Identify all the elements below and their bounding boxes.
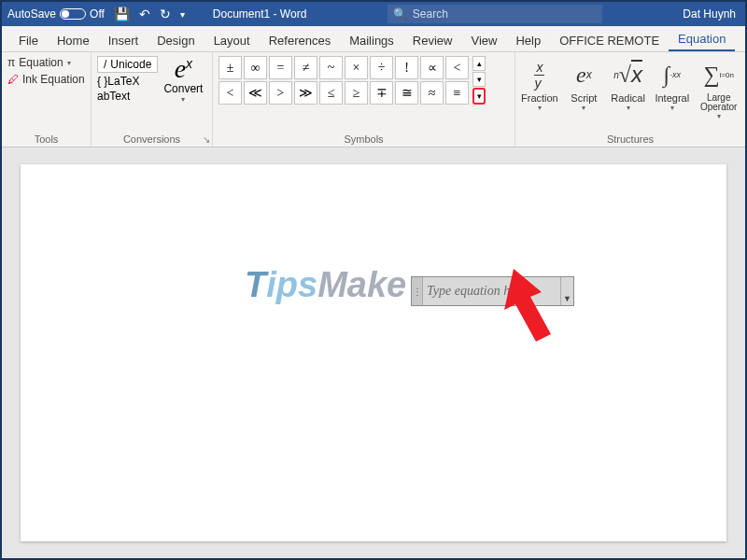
equation-box[interactable]: ⋮ Type equation here. ▼ [411, 276, 574, 306]
ribbon: π Equation ▾ 🖊 Ink Equation Tools /Unico… [2, 52, 745, 147]
tab-layout[interactable]: Layout [204, 28, 260, 51]
group-symbols: ± ∞ = ≠ ~ × ÷ ! ∝ < < ≪ > ≫ ≤ ≥ ∓ ≅ ≈ ≡ [213, 52, 515, 147]
title-bar: AutoSave Off 💾 ↶ ↻ ▾ Document1 - Word 🔍 … [2, 2, 745, 26]
symbol-cell[interactable]: ≪ [244, 81, 267, 105]
chevron-down-icon: ▾ [181, 95, 185, 104]
symbol-cell[interactable]: ≈ [420, 81, 444, 105]
symbol-cell[interactable]: > [269, 81, 292, 105]
integral-icon: ∫-xx [664, 56, 682, 93]
equation-button[interactable]: π Equation ▾ [7, 56, 85, 69]
scroll-down-icon[interactable]: ▾ [472, 72, 486, 87]
symbol-cell[interactable]: ∝ [420, 56, 444, 79]
chevron-down-icon: ▾ [582, 104, 585, 112]
chevron-down-icon: ▾ [627, 104, 630, 112]
tab-home[interactable]: Home [48, 28, 99, 51]
pi-icon: π [7, 56, 15, 69]
document-title: Document1 - Word [213, 7, 306, 21]
dialog-launcher-icon[interactable]: ↘ [203, 134, 210, 145]
page[interactable]: TipsMake ⋮ Type equation here. ▼ [21, 164, 726, 541]
radical-button[interactable]: n√x Radical ▾ [610, 56, 646, 120]
ink-icon: 🖊 [7, 73, 19, 86]
unicode-button[interactable]: /Unicode [97, 56, 158, 73]
equation-placeholder[interactable]: Type equation here. [423, 284, 560, 299]
autosave-toggle[interactable]: AutoSave Off [7, 7, 105, 21]
group-label-structures: Structures [521, 132, 740, 145]
watermark: TipsMake [245, 265, 406, 305]
symbols-more-button[interactable]: ▾ [472, 88, 486, 105]
symbol-cell[interactable]: ≠ [294, 56, 317, 79]
chevron-down-icon: ▾ [717, 112, 721, 120]
symbol-cell[interactable]: < [218, 81, 242, 105]
ex-icon: ex [175, 56, 192, 82]
tab-review[interactable]: Review [403, 28, 462, 51]
text-button[interactable]: abText [97, 90, 158, 103]
script-button[interactable]: ex Script ▾ [566, 56, 602, 120]
symbol-cell[interactable]: ∞ [244, 56, 267, 79]
symbol-cell[interactable]: ÷ [370, 56, 393, 79]
save-icon[interactable]: 💾 [114, 7, 130, 21]
symbol-cell[interactable]: ≫ [294, 81, 317, 105]
symbol-cell[interactable]: ! [395, 56, 418, 79]
symbol-cell[interactable]: = [269, 56, 292, 79]
tab-file[interactable]: File [9, 28, 48, 51]
equation-handle-icon[interactable]: ⋮ [412, 277, 423, 305]
symbols-grid: ± ∞ = ≠ ~ × ÷ ! ∝ < < ≪ > ≫ ≤ ≥ ∓ ≅ ≈ ≡ [218, 56, 469, 105]
tab-equation[interactable]: Equation [669, 26, 735, 51]
radical-icon: n√x [613, 56, 642, 93]
group-label-symbols: Symbols [218, 132, 509, 145]
latex-button[interactable]: { }LaTeX [97, 75, 158, 88]
symbol-cell[interactable]: < [445, 56, 469, 79]
user-name[interactable]: Dat Huynh [683, 7, 740, 21]
tab-office-remote[interactable]: OFFICE REMOTE [550, 28, 669, 51]
sigma-icon: ∑i=0n [703, 56, 733, 93]
group-conversions: /Unicode { }LaTeX abText ex Convert ▾ Co… [92, 52, 213, 147]
tab-mailings[interactable]: Mailings [340, 28, 403, 51]
convert-button[interactable]: ex Convert ▾ [163, 56, 203, 104]
group-label-conversions: Conversions [97, 132, 206, 145]
ink-equation-button[interactable]: 🖊 Ink Equation [7, 73, 85, 86]
group-tools: π Equation ▾ 🖊 Ink Equation Tools [2, 52, 92, 147]
search-icon: 🔍 [393, 7, 407, 21]
quick-access-toolbar: 💾 ↶ ↻ ▾ [114, 7, 185, 21]
chevron-down-icon: ▾ [67, 59, 71, 67]
symbols-scroll: ▴ ▾ ▾ [472, 56, 486, 105]
tab-insert[interactable]: Insert [99, 28, 148, 51]
tab-design[interactable]: Design [148, 28, 204, 51]
ab-icon: ab [97, 90, 109, 103]
ribbon-tabs: File Home Insert Design Layout Reference… [2, 26, 745, 52]
chevron-down-icon: ▾ [538, 104, 542, 112]
chevron-down-icon: ▾ [670, 104, 674, 112]
symbol-cell[interactable]: × [345, 56, 368, 79]
fraction-button[interactable]: xy Fraction ▾ [521, 56, 558, 120]
undo-icon[interactable]: ↶ [139, 7, 150, 21]
script-icon: ex [576, 56, 592, 93]
symbol-cell[interactable]: ~ [319, 56, 343, 79]
document-area: TipsMake ⋮ Type equation here. ▼ [2, 147, 745, 558]
symbol-cell[interactable]: ≤ [319, 81, 343, 105]
symbol-cell[interactable]: ± [218, 56, 242, 79]
fraction-icon: xy [534, 56, 544, 93]
scroll-up-icon[interactable]: ▴ [472, 56, 486, 71]
symbol-cell[interactable]: ≡ [445, 81, 469, 105]
tab-view[interactable]: View [461, 28, 506, 51]
redo-icon[interactable]: ↻ [160, 7, 171, 21]
qat-dropdown-icon[interactable]: ▾ [180, 9, 185, 20]
symbol-cell[interactable]: ≅ [395, 81, 418, 105]
tab-help[interactable]: Help [506, 28, 550, 51]
symbol-cell[interactable]: ≥ [345, 81, 368, 105]
integral-button[interactable]: ∫-xx Integral ▾ [654, 56, 690, 120]
large-operator-button[interactable]: ∑i=0n Large Operator ▾ [698, 56, 740, 120]
group-label-tools: Tools [7, 132, 85, 145]
search-box[interactable]: 🔍 Search [388, 5, 602, 23]
braces-icon: { } [97, 75, 107, 88]
tab-references[interactable]: References [260, 28, 340, 51]
toggle-off-icon [60, 8, 86, 20]
group-structures: xy Fraction ▾ ex Script ▾ n√x Radical ▾ … [515, 52, 745, 147]
symbol-cell[interactable]: ∓ [370, 81, 393, 105]
equation-dropdown-icon[interactable]: ▼ [560, 277, 573, 305]
